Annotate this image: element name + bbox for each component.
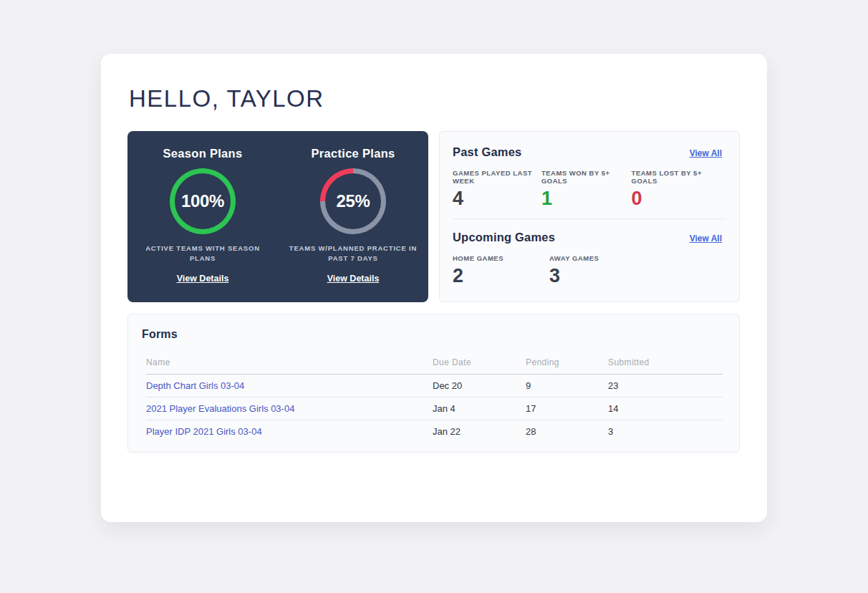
pending-cell: 28: [526, 420, 608, 443]
stat-label: GAMES PLAYED LAST WEEK: [453, 169, 541, 185]
practice-plans-title: Practice Plans: [311, 147, 395, 160]
stat-games-played: GAMES PLAYED LAST WEEK 4: [453, 169, 541, 210]
season-plans-title: Season Plans: [163, 147, 243, 160]
past-games-stats: GAMES PLAYED LAST WEEK 4 TEAMS WON BY 5+…: [453, 169, 722, 210]
stat-value: 0: [632, 188, 722, 210]
dashboard-panel: HELLO, TAYLOR Season Plans 100% ACTIVE T…: [101, 54, 767, 522]
form-link-player-idp[interactable]: Player IDP 2021 Girls 03-04: [146, 426, 262, 437]
stat-value: 1: [541, 188, 632, 210]
table-row: 2021 Player Evaluations Girls 03-04 Jan …: [146, 397, 723, 420]
stat-label: HOME GAMES: [453, 254, 549, 262]
past-games-title: Past Games: [453, 145, 521, 159]
stat-home-games: HOME GAMES 2: [453, 254, 549, 287]
due-date-cell: Dec 20: [433, 375, 526, 397]
pending-cell: 17: [526, 397, 608, 420]
season-plans-view-details-link[interactable]: View Details: [177, 274, 229, 284]
forms-table: Name Due Date Pending Submitted Depth Ch…: [146, 357, 723, 443]
stat-teams-won: TEAMS WON BY 5+ GOALS 1: [541, 169, 632, 210]
table-row: Depth Chart Girls 03-04 Dec 20 9 23: [146, 375, 723, 397]
season-plans-percent: 100%: [181, 191, 224, 211]
form-link-player-evaluations[interactable]: 2021 Player Evaluations Girls 03-04: [146, 403, 294, 414]
form-link-depth-chart[interactable]: Depth Chart Girls 03-04: [146, 380, 244, 391]
stat-value: 3: [549, 265, 599, 287]
games-card: Past Games View All GAMES PLAYED LAST WE…: [439, 131, 740, 302]
submitted-cell: 14: [608, 397, 723, 420]
stat-away-games: AWAY GAMES 3: [549, 254, 599, 287]
pending-cell: 9: [526, 375, 608, 397]
forms-table-header-row: Name Due Date Pending Submitted: [146, 357, 723, 375]
stat-label: AWAY GAMES: [549, 254, 599, 262]
past-games-section: Past Games View All GAMES PLAYED LAST WE…: [440, 132, 739, 218]
due-date-cell: Jan 22: [433, 420, 526, 443]
practice-plans-percent: 25%: [336, 191, 370, 211]
forms-card: Forms Name Due Date Pending Submitted De…: [127, 314, 740, 453]
submitted-cell: 3: [608, 420, 723, 443]
stat-value: 4: [453, 188, 541, 210]
practice-plans-description: TEAMS W/PLANNED PRACTICE IN PAST 7 DAYS: [285, 244, 421, 264]
upcoming-games-section: Upcoming Games View All HOME GAMES 2 AWA…: [440, 219, 739, 287]
past-games-view-all-link[interactable]: View All: [690, 148, 722, 158]
season-plans-description: ACTIVE TEAMS WITH SEASON PLANS: [135, 244, 271, 264]
top-cards-row: Season Plans 100% ACTIVE TEAMS WITH SEAS…: [127, 131, 740, 302]
season-plans-ring-center: 100%: [175, 173, 231, 229]
upcoming-games-view-all-link[interactable]: View All: [690, 233, 722, 244]
upcoming-games-title: Upcoming Games: [453, 231, 555, 244]
practice-plans-section: Practice Plans 25% TEAMS W/PLANNED PRACT…: [278, 147, 428, 302]
upcoming-games-stats: HOME GAMES 2 AWAY GAMES 3: [453, 254, 722, 287]
table-row: Player IDP 2021 Girls 03-04 Jan 22 28 3: [146, 420, 723, 443]
stat-teams-lost: TEAMS LOST BY 5+ GOALS 0: [632, 169, 722, 210]
stat-label: TEAMS WON BY 5+ GOALS: [541, 169, 632, 185]
season-plans-section: Season Plans 100% ACTIVE TEAMS WITH SEAS…: [127, 147, 278, 302]
column-header-submitted: Submitted: [608, 357, 723, 375]
plans-card: Season Plans 100% ACTIVE TEAMS WITH SEAS…: [127, 131, 428, 302]
practice-plans-view-details-link[interactable]: View Details: [327, 274, 380, 284]
column-header-name: Name: [146, 357, 433, 375]
season-plans-ring: 100%: [170, 168, 236, 234]
practice-plans-ring: 25%: [320, 168, 386, 234]
column-header-due-date: Due Date: [433, 357, 526, 375]
due-date-cell: Jan 4: [433, 397, 526, 420]
submitted-cell: 23: [608, 375, 723, 397]
column-header-pending: Pending: [526, 357, 608, 375]
forms-title: Forms: [142, 328, 178, 341]
stat-label: TEAMS LOST BY 5+ GOALS: [632, 169, 722, 185]
stat-value: 2: [453, 265, 549, 287]
practice-plans-ring-center: 25%: [325, 173, 381, 229]
page-title: HELLO, TAYLOR: [129, 85, 324, 112]
